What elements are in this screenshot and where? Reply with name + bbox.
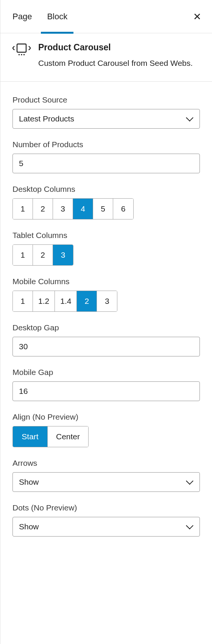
carousel-icon (12, 42, 31, 69)
align-option-Center[interactable]: Center (48, 426, 88, 447)
label-tablet-columns: Tablet Columns (12, 231, 200, 240)
select-arrows[interactable]: Show (12, 472, 200, 492)
label-desktop-gap: Desktop Gap (12, 323, 200, 332)
field-arrows: Arrows Show (12, 459, 200, 492)
label-arrows: Arrows (12, 459, 200, 468)
desktop-cols-option-6[interactable]: 6 (113, 199, 133, 219)
label-align: Align (No Preview) (12, 412, 200, 422)
tab-page[interactable]: Page (6, 0, 41, 33)
svg-point-1 (19, 54, 20, 55)
label-mobile-gap: Mobile Gap (12, 368, 200, 377)
field-tablet-columns: Tablet Columns 123 (12, 231, 200, 266)
mobile-cols-option-1-2[interactable]: 1.2 (33, 291, 55, 311)
desktop-cols-option-1[interactable]: 1 (13, 199, 33, 219)
group-mobile-columns: 11.21.423 (12, 291, 117, 312)
tablet-cols-option-3[interactable]: 3 (53, 245, 73, 265)
label-number-of-products: Number of Products (12, 140, 200, 149)
field-mobile-gap: Mobile Gap (12, 368, 200, 401)
field-mobile-columns: Mobile Columns 11.21.423 (12, 277, 200, 312)
mobile-cols-option-1-4[interactable]: 1.4 (55, 291, 77, 311)
desktop-cols-option-2[interactable]: 2 (33, 199, 53, 219)
controls: Product Source Latest Products Number of… (0, 82, 212, 562)
block-title: Product Carousel (38, 42, 193, 53)
label-product-source: Product Source (12, 95, 200, 104)
field-number-of-products: Number of Products (12, 140, 200, 173)
mobile-cols-option-2[interactable]: 2 (77, 291, 97, 311)
svg-point-3 (23, 54, 25, 55)
select-product-source[interactable]: Latest Products (12, 109, 200, 129)
group-tablet-columns: 123 (12, 244, 73, 266)
tab-block[interactable]: Block (41, 0, 73, 33)
label-mobile-columns: Mobile Columns (12, 277, 200, 286)
block-header: Product Carousel Custom Product Carousel… (0, 33, 212, 82)
desktop-cols-option-3[interactable]: 3 (53, 199, 73, 219)
tablet-cols-option-2[interactable]: 2 (33, 245, 53, 265)
select-dots[interactable]: Show (12, 517, 200, 537)
close-icon[interactable]: ✕ (193, 12, 201, 22)
group-desktop-columns: 123456 (12, 198, 134, 219)
svg-rect-0 (17, 44, 26, 52)
desktop-cols-option-5[interactable]: 5 (93, 199, 113, 219)
block-settings-panel: Page Block ✕ Product Carousel Custom Pro… (0, 0, 212, 644)
mobile-cols-option-1[interactable]: 1 (13, 291, 33, 311)
tablet-cols-option-1[interactable]: 1 (13, 245, 33, 265)
label-desktop-columns: Desktop Columns (12, 185, 200, 194)
group-align: StartCenter (12, 426, 89, 447)
mobile-cols-option-3[interactable]: 3 (97, 291, 117, 311)
desktop-cols-option-4[interactable]: 4 (73, 199, 93, 219)
block-description: Custom Product Carousel from Seed Webs. (38, 57, 193, 69)
label-dots: Dots (No Preview) (12, 503, 200, 512)
input-mobile-gap[interactable] (12, 381, 200, 401)
field-dots: Dots (No Preview) Show (12, 503, 200, 537)
field-desktop-columns: Desktop Columns 123456 (12, 185, 200, 219)
input-number-of-products[interactable] (12, 154, 200, 173)
field-desktop-gap: Desktop Gap (12, 323, 200, 356)
align-option-Start[interactable]: Start (13, 426, 48, 447)
field-align: Align (No Preview) StartCenter (12, 412, 200, 447)
input-desktop-gap[interactable] (12, 337, 200, 356)
field-product-source: Product Source Latest Products (12, 95, 200, 129)
tabs: Page Block ✕ (0, 0, 212, 33)
svg-point-2 (21, 54, 22, 55)
